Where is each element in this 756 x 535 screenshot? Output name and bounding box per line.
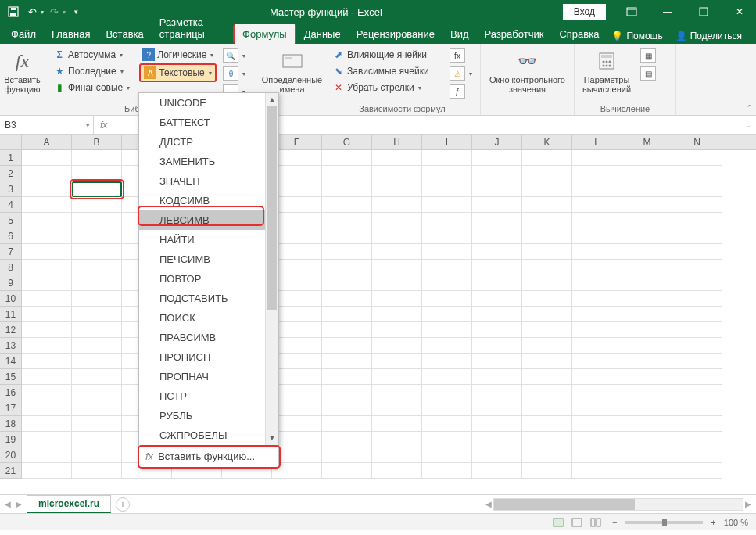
dropdown-item[interactable]: ПОВТОР bbox=[139, 269, 278, 289]
cell[interactable] bbox=[572, 213, 622, 228]
cell[interactable] bbox=[322, 463, 372, 479]
cell[interactable] bbox=[672, 181, 722, 197]
cell[interactable] bbox=[322, 338, 372, 354]
tab-data[interactable]: Данные bbox=[296, 24, 349, 44]
cell[interactable] bbox=[372, 447, 422, 463]
dropdown-item[interactable]: СЖПРОБЕЛЫ bbox=[139, 425, 278, 445]
cell[interactable] bbox=[622, 385, 672, 400]
dropdown-item[interactable]: НАЙТИ bbox=[139, 230, 278, 250]
cell[interactable] bbox=[572, 244, 622, 260]
cell[interactable] bbox=[622, 463, 672, 479]
tab-formulas[interactable]: Формулы bbox=[235, 24, 295, 44]
cell[interactable] bbox=[672, 416, 722, 432]
cell[interactable] bbox=[422, 338, 472, 354]
cell[interactable] bbox=[622, 447, 672, 463]
cell[interactable] bbox=[322, 150, 372, 166]
cell[interactable] bbox=[672, 432, 722, 447]
cell[interactable] bbox=[622, 338, 672, 354]
evaluate-button[interactable]: ƒ bbox=[446, 83, 475, 100]
cell[interactable] bbox=[372, 416, 422, 432]
cell[interactable] bbox=[322, 197, 372, 213]
cell[interactable] bbox=[572, 400, 622, 416]
row-header[interactable]: 9 bbox=[0, 275, 22, 291]
cell[interactable] bbox=[522, 291, 572, 307]
row-header[interactable]: 4 bbox=[0, 197, 22, 213]
financial-button[interactable]: ▮Финансовые▾ bbox=[50, 80, 133, 95]
cell[interactable] bbox=[322, 400, 372, 416]
add-sheet-button[interactable]: + bbox=[116, 497, 130, 512]
cell[interactable] bbox=[22, 385, 72, 400]
cell[interactable] bbox=[572, 275, 622, 291]
cell[interactable] bbox=[272, 275, 322, 291]
cell[interactable] bbox=[622, 400, 672, 416]
cell[interactable] bbox=[22, 400, 72, 416]
ribbon-display-icon[interactable] bbox=[615, 0, 648, 23]
cell[interactable] bbox=[422, 463, 472, 479]
cell[interactable] bbox=[522, 307, 572, 322]
cell[interactable] bbox=[372, 260, 422, 275]
cell[interactable] bbox=[672, 166, 722, 181]
cell[interactable] bbox=[422, 228, 472, 244]
cell[interactable] bbox=[272, 432, 322, 447]
cell[interactable] bbox=[322, 244, 372, 260]
cell[interactable] bbox=[572, 354, 622, 369]
cell[interactable] bbox=[322, 260, 372, 275]
cell[interactable] bbox=[672, 275, 722, 291]
sheet-nav-next-icon[interactable]: ▶ bbox=[16, 500, 22, 508]
cell[interactable] bbox=[572, 228, 622, 244]
defined-names-button[interactable]: Определенные имена bbox=[265, 47, 319, 95]
close-icon[interactable]: ✕ bbox=[723, 0, 756, 23]
cell[interactable] bbox=[522, 228, 572, 244]
cell[interactable] bbox=[672, 322, 722, 338]
cell[interactable] bbox=[22, 166, 72, 181]
cell[interactable] bbox=[272, 228, 322, 244]
cell[interactable] bbox=[422, 385, 472, 400]
cell[interactable] bbox=[72, 244, 122, 260]
column-header[interactable]: J bbox=[472, 135, 522, 149]
row-header[interactable]: 1 bbox=[0, 150, 22, 166]
row-header[interactable]: 20 bbox=[0, 447, 22, 463]
calc-now-button[interactable]: ▦ bbox=[637, 47, 659, 64]
watch-window-button[interactable]: 👓 Окно контрольного значения bbox=[485, 47, 569, 95]
cell[interactable] bbox=[422, 150, 472, 166]
tab-review[interactable]: Рецензирование bbox=[349, 24, 442, 44]
cell[interactable] bbox=[422, 307, 472, 322]
cell[interactable] bbox=[422, 322, 472, 338]
cell[interactable] bbox=[22, 463, 72, 479]
cell[interactable] bbox=[422, 166, 472, 181]
math-button[interactable]: θ▾ bbox=[220, 65, 249, 82]
column-header[interactable]: H bbox=[372, 135, 422, 149]
column-header[interactable]: A bbox=[22, 135, 72, 149]
cell[interactable] bbox=[72, 228, 122, 244]
cell[interactable] bbox=[472, 447, 522, 463]
zoom-level[interactable]: 100 % bbox=[724, 518, 748, 527]
cell[interactable] bbox=[422, 181, 472, 197]
row-header[interactable]: 5 bbox=[0, 213, 22, 228]
cell[interactable] bbox=[672, 228, 722, 244]
scroll-down-icon[interactable]: ▼ bbox=[266, 432, 278, 445]
cell[interactable] bbox=[672, 385, 722, 400]
name-box[interactable]: B3 ▾ bbox=[0, 116, 94, 134]
row-header[interactable]: 18 bbox=[0, 416, 22, 432]
show-formulas-button[interactable]: fx bbox=[446, 47, 475, 64]
cell[interactable] bbox=[22, 307, 72, 322]
cell[interactable] bbox=[572, 181, 622, 197]
cell[interactable] bbox=[72, 213, 122, 228]
cell[interactable] bbox=[72, 338, 122, 354]
cell[interactable] bbox=[322, 181, 372, 197]
cell[interactable] bbox=[622, 275, 672, 291]
cell[interactable] bbox=[22, 150, 72, 166]
cell[interactable] bbox=[622, 228, 672, 244]
cell[interactable] bbox=[372, 291, 422, 307]
cell[interactable] bbox=[472, 432, 522, 447]
cell[interactable] bbox=[72, 447, 122, 463]
dropdown-item[interactable]: ЗНАЧЕН bbox=[139, 171, 278, 191]
cell[interactable] bbox=[672, 260, 722, 275]
cell[interactable] bbox=[672, 354, 722, 369]
cell[interactable] bbox=[322, 416, 372, 432]
cell[interactable] bbox=[372, 166, 422, 181]
cell[interactable] bbox=[522, 150, 572, 166]
cell[interactable] bbox=[622, 322, 672, 338]
cell[interactable] bbox=[672, 150, 722, 166]
cell[interactable] bbox=[72, 432, 122, 447]
